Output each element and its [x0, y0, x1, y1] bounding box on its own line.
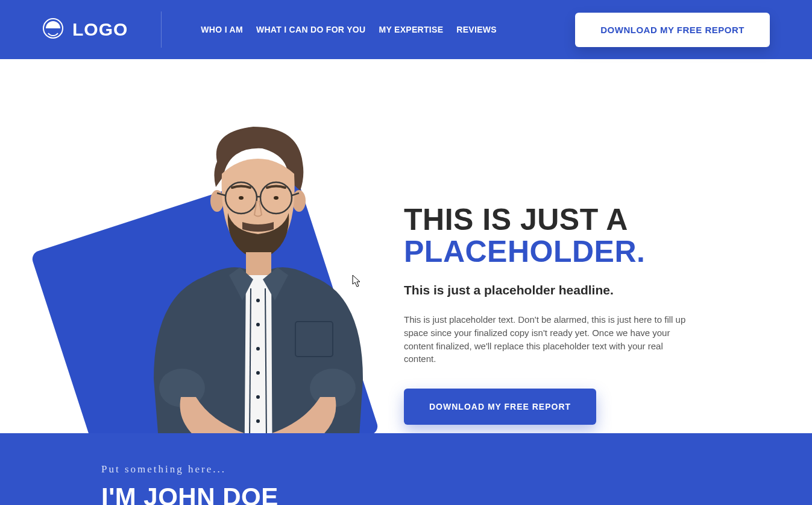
svg-point-20 [256, 419, 260, 423]
about-section: Put something here... I'M JOHN DOE [0, 433, 812, 505]
hero-headline-line2: PLACEHOLDER. [404, 236, 770, 268]
svg-point-9 [274, 196, 279, 200]
about-eyebrow: Put something here... [101, 463, 812, 475]
about-title: I'M JOHN DOE [101, 483, 812, 505]
svg-point-18 [256, 371, 260, 375]
hero-headline-line1: THIS IS JUST A [404, 204, 770, 236]
hero-subheadline: This is just a placeholder headline. [404, 283, 770, 297]
hero-download-button[interactable]: DOWNLOAD MY FREE REPORT [404, 389, 596, 425]
svg-point-16 [256, 323, 260, 326]
logo[interactable]: LOGO [42, 17, 128, 42]
logo-text: LOGO [72, 19, 128, 40]
svg-rect-10 [246, 252, 271, 276]
svg-point-17 [256, 347, 260, 351]
header-divider [161, 11, 162, 48]
hero-image-area [42, 83, 380, 433]
hero-body-text: This is just placeholder text. Don't be … [404, 313, 687, 366]
nav-who-i-am[interactable]: WHO I AM [201, 25, 243, 34]
hero-content: THIS IS JUST A PLACEHOLDER. This is just… [380, 83, 770, 433]
header-download-button[interactable]: DOWNLOAD MY FREE REPORT [575, 13, 770, 47]
site-header: LOGO WHO I AM WHAT I CAN DO FOR YOU MY E… [0, 0, 812, 59]
nav-what-i-can-do[interactable]: WHAT I CAN DO FOR YOU [256, 25, 366, 34]
hero-section: THIS IS JUST A PLACEHOLDER. This is just… [0, 59, 812, 433]
nav-reviews[interactable]: REVIEWS [456, 25, 497, 34]
main-nav: WHO I AM WHAT I CAN DO FOR YOU MY EXPERT… [201, 25, 575, 34]
svg-point-19 [256, 395, 260, 399]
logo-icon [42, 17, 64, 42]
svg-point-15 [256, 299, 260, 302]
svg-point-8 [239, 196, 244, 200]
nav-my-expertise[interactable]: MY EXPERTISE [379, 25, 443, 34]
